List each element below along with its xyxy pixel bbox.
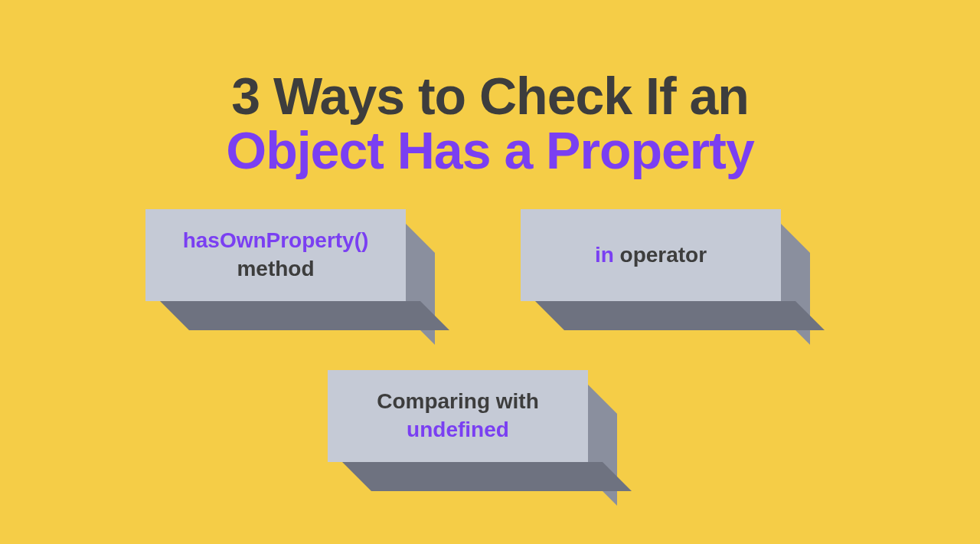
box-hasownproperty: hasOwnProperty() method: [145, 209, 406, 301]
box-side-bottom: [342, 462, 632, 491]
title-line-1: 3 Ways to Check If an: [0, 69, 980, 123]
box-face: hasOwnProperty() method: [145, 209, 406, 301]
keyword-text: undefined: [407, 416, 509, 444]
rest-text: method: [237, 255, 314, 283]
box-side-bottom: [535, 301, 825, 330]
rest-text: operator: [614, 243, 707, 267]
keyword-text: hasOwnProperty(): [183, 227, 369, 254]
box-face: Comparing with undefined: [328, 370, 588, 462]
top-text: Comparing with: [377, 388, 539, 415]
main-title: 3 Ways to Check If an Object Has a Prope…: [0, 0, 980, 179]
box-in-operator: in operator: [521, 209, 781, 301]
keyword-text: in: [595, 243, 614, 267]
box-side-bottom: [160, 301, 449, 330]
title-line-2: Object Has a Property: [0, 123, 980, 178]
box-undefined: Comparing with undefined: [328, 370, 588, 462]
boxes-container: hasOwnProperty() method in operator Comp…: [0, 179, 980, 531]
box-face: in operator: [521, 209, 781, 301]
